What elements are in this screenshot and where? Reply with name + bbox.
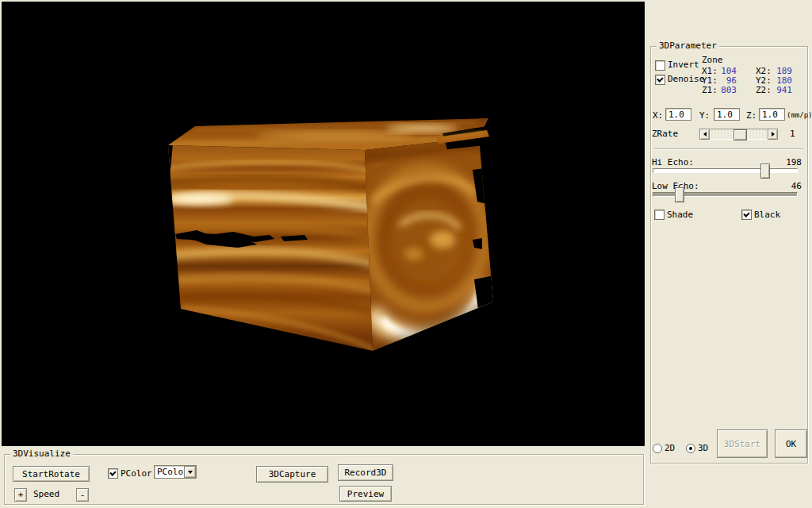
- visualize-groupbox-title: 3DVisualize: [10, 448, 73, 459]
- invert-checkbox[interactable]: [655, 60, 665, 71]
- z-scale-input[interactable]: 1.0: [759, 108, 785, 121]
- zone-z2-value: 941: [767, 86, 792, 95]
- low-echo-track[interactable]: [653, 192, 798, 197]
- hi-echo-label: Hi Echo:: [652, 158, 694, 167]
- mode-3d-radio[interactable]: [686, 444, 695, 453]
- chevron-down-icon: [188, 471, 193, 476]
- visualize-groupbox: 3DVisualize StartRotate + Speed - PColor…: [4, 454, 644, 505]
- 3dstart-button[interactable]: 3DStart: [717, 429, 768, 458]
- app-window: 3DParameter Invert Denoise Zone X1: 104 …: [0, 0, 812, 508]
- shade-checkbox[interactable]: [654, 210, 665, 220]
- volume-render-svg: [2, 2, 645, 446]
- start-rotate-button[interactable]: StartRotate: [13, 466, 90, 482]
- scale-unit-label: (mm/p): [787, 110, 812, 120]
- pcolor-checkbox[interactable]: [108, 468, 118, 479]
- low-echo-value: 46: [770, 182, 802, 191]
- side-panel: 3DParameter Invert Denoise Zone X1: 104 …: [645, 0, 812, 508]
- x-scale-input[interactable]: 1.0: [665, 108, 691, 121]
- preview-button[interactable]: Preview: [339, 486, 392, 502]
- right-arrow-icon: [772, 132, 777, 137]
- zone-z1-value: 803: [711, 86, 737, 95]
- mode-3d-label: 3D: [698, 444, 708, 453]
- pcolor-combobox-value: PColor: [155, 466, 184, 478]
- speed-label: Speed: [33, 490, 59, 499]
- mode-2d-radio[interactable]: [653, 444, 662, 453]
- z-scale-label: Z:: [746, 111, 756, 121]
- zrate-label: ZRate: [652, 129, 678, 139]
- parameter-groupbox-title: 3DParameter: [657, 40, 719, 51]
- low-echo-thumb[interactable]: [675, 187, 684, 202]
- shade-label: Shade: [667, 210, 693, 220]
- zrate-left-arrow-button[interactable]: [699, 129, 710, 140]
- pcolor-combobox-dropdown-button[interactable]: [184, 466, 196, 478]
- zone-title: Zone: [702, 56, 723, 65]
- denoise-checkbox[interactable]: [655, 75, 665, 85]
- speed-plus-button[interactable]: +: [14, 488, 27, 502]
- x-scale-label: X:: [653, 111, 663, 121]
- hi-echo-value: 198: [770, 158, 802, 167]
- zrate-track[interactable]: [710, 129, 768, 140]
- hi-echo-thumb[interactable]: [760, 164, 770, 179]
- pcolor-combobox[interactable]: PColor: [154, 465, 197, 479]
- render-viewport[interactable]: [2, 2, 645, 446]
- y-scale-input[interactable]: 1.0: [714, 108, 740, 121]
- 3dcapture-button[interactable]: 3DCapture: [256, 466, 328, 483]
- zrate-scrollbar: [699, 129, 778, 140]
- invert-label: Invert: [668, 60, 699, 70]
- zrate-right-arrow-button[interactable]: [768, 129, 778, 140]
- speed-minus-button[interactable]: -: [76, 488, 89, 502]
- y-scale-label: Y:: [699, 111, 710, 121]
- zrate-value: 1: [790, 129, 795, 139]
- black-checkbox[interactable]: [741, 210, 752, 220]
- denoise-label: Denoise: [668, 75, 704, 84]
- parameter-groupbox: 3DParameter Invert Denoise Zone X1: 104 …: [650, 46, 808, 464]
- zrate-thumb[interactable]: [733, 129, 747, 140]
- ok-button[interactable]: OK: [775, 429, 807, 458]
- record3d-button[interactable]: Record3D: [338, 464, 393, 481]
- black-label: Black: [754, 210, 780, 220]
- hi-echo-track[interactable]: [653, 168, 798, 173]
- pcolor-label: PColor: [121, 469, 152, 479]
- left-arrow-icon: [701, 132, 707, 137]
- mode-2d-label: 2D: [665, 444, 675, 453]
- separator: [654, 148, 803, 150]
